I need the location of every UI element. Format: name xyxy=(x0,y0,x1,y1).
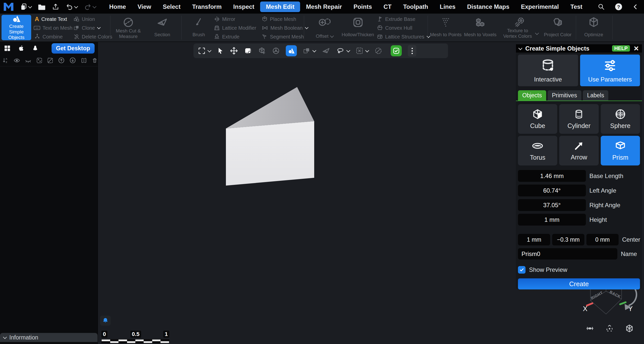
base-length-input[interactable] xyxy=(518,170,586,182)
delete-colors-item[interactable]: Delete Colors xyxy=(73,33,112,41)
windows-icon[interactable] xyxy=(4,45,11,52)
object-cylinder-button[interactable]: Cylinder xyxy=(559,104,598,134)
texture-to-vertex-colors-item[interactable]: Texture to Vertex Colors xyxy=(501,15,539,40)
object-arrow-button[interactable]: Arrow xyxy=(559,136,598,165)
new-file-button[interactable] xyxy=(20,3,31,10)
linux-icon[interactable] xyxy=(32,45,38,52)
rename-icon[interactable] xyxy=(81,57,87,64)
height-input[interactable] xyxy=(518,214,586,226)
apple-icon[interactable] xyxy=(18,45,25,52)
lattice-structures-item[interactable]: Lattice Structures xyxy=(377,33,430,41)
chevron-down-icon[interactable] xyxy=(535,31,539,35)
move-tool-icon[interactable] xyxy=(230,47,238,55)
help-icon[interactable]: ? xyxy=(615,3,622,11)
show-all-eye-icon[interactable] xyxy=(14,57,20,64)
menu-inspect[interactable]: Inspect xyxy=(227,2,260,12)
viewport-settings-icon[interactable] xyxy=(244,47,252,55)
optimize-item[interactable]: Optimize xyxy=(577,15,610,40)
place-mesh-item[interactable]: Place Mesh xyxy=(262,15,296,23)
orbit-tool-icon[interactable] xyxy=(272,47,280,55)
orientation-cube[interactable]: RIGHT BACK X Y xyxy=(569,285,644,330)
chevron-down-icon[interactable] xyxy=(312,48,316,52)
add-mesh-icon[interactable] xyxy=(258,47,266,55)
deselect-items-icon[interactable] xyxy=(47,57,53,64)
menu-points[interactable]: Points xyxy=(348,2,378,12)
export-button[interactable] xyxy=(52,3,59,10)
lasso-select-button[interactable] xyxy=(336,47,350,55)
menu-view[interactable]: View xyxy=(132,2,157,12)
project-color-item[interactable]: Project Color xyxy=(541,15,574,40)
menu-mesh-repair[interactable]: Mesh Repair xyxy=(300,2,348,12)
object-torus-button[interactable]: Torus xyxy=(518,136,557,165)
center-x-input[interactable] xyxy=(518,234,550,245)
clone-tool-button[interactable] xyxy=(303,47,316,55)
center-view-icon[interactable] xyxy=(606,324,614,332)
segment-mesh-item[interactable]: Segment Mesh xyxy=(262,33,304,41)
chevron-down-icon[interactable] xyxy=(93,4,97,8)
object-prism-button[interactable]: Prism xyxy=(601,136,640,165)
get-desktop-button[interactable]: Get Desktop xyxy=(52,43,95,54)
show-preview-checkbox[interactable] xyxy=(518,266,526,274)
open-file-button[interactable] xyxy=(38,4,46,10)
right-angle-input[interactable] xyxy=(518,199,586,211)
menu-mesh-edit[interactable]: Mesh Edit xyxy=(260,2,300,12)
close-panel-button[interactable]: ✕ xyxy=(633,45,639,52)
hide-all-eye-icon[interactable] xyxy=(25,57,31,64)
menu-experimental[interactable]: Experimental xyxy=(515,2,565,12)
search-icon[interactable] xyxy=(598,3,605,10)
tab-objects[interactable]: Objects xyxy=(518,90,546,101)
chevron-down-icon[interactable] xyxy=(74,4,78,8)
brush-item[interactable]: Brush xyxy=(182,15,215,40)
collapse-left-icon[interactable] xyxy=(632,4,638,10)
create-simple-objects-active-button[interactable] xyxy=(286,45,297,56)
menu-select[interactable]: Select xyxy=(157,2,186,12)
create-text-item[interactable]: A Create Text xyxy=(35,15,67,23)
projection-cube-icon[interactable] xyxy=(625,324,634,333)
select-items-icon[interactable] xyxy=(36,57,43,64)
confirm-button[interactable] xyxy=(391,45,402,56)
tab-labels[interactable]: Labels xyxy=(583,90,609,101)
mode-use-parameters-button[interactable]: Use Parameters xyxy=(580,55,640,86)
hollow-thicken-item[interactable]: Hollow/Thicken xyxy=(340,15,376,40)
left-angle-input[interactable] xyxy=(518,185,586,196)
combine-item[interactable]: Combine xyxy=(34,33,63,41)
clone-item[interactable]: Clone xyxy=(73,24,100,32)
menu-distance-maps[interactable]: Distance Maps xyxy=(461,2,515,12)
clip-slider-icon[interactable] xyxy=(586,324,594,332)
deselect-tool-button[interactable] xyxy=(356,47,369,55)
move-down-icon[interactable] xyxy=(69,57,76,64)
object-sphere-button[interactable]: Sphere xyxy=(601,104,640,134)
select-cursor-icon[interactable] xyxy=(217,47,224,55)
menu-transform[interactable]: Transform xyxy=(186,2,227,12)
chevron-down-icon[interactable] xyxy=(208,48,212,52)
section-item[interactable]: Section xyxy=(146,15,179,40)
chevron-down-icon[interactable] xyxy=(346,48,350,52)
center-z-input[interactable] xyxy=(586,234,619,245)
mesh-to-voxels-item[interactable]: Mesh to Voxels xyxy=(464,15,497,40)
chevron-down-icon[interactable] xyxy=(97,26,101,29)
mesh-to-points-item[interactable]: Mesh to Points xyxy=(429,15,462,40)
chevron-down-icon[interactable] xyxy=(330,34,334,38)
create-button[interactable]: Create xyxy=(518,278,640,289)
offset-item[interactable]: Offset xyxy=(308,15,341,40)
menu-lines[interactable]: Lines xyxy=(434,2,461,12)
create-simple-objects-button[interactable]: Create Simple Objects xyxy=(2,15,31,40)
mode-interactive-button[interactable]: Interactive xyxy=(518,55,578,86)
extrude-item[interactable]: Extrude xyxy=(214,33,239,41)
section-tool-icon[interactable] xyxy=(322,47,330,55)
name-input[interactable] xyxy=(518,248,617,260)
extrude-base-item[interactable]: Extrude Base xyxy=(377,15,415,23)
center-y-input[interactable] xyxy=(552,234,584,245)
disable-tool-icon[interactable] xyxy=(375,47,382,55)
notifications-button[interactable] xyxy=(100,316,111,326)
sort-icon[interactable]: A Z xyxy=(3,57,9,64)
chevron-down-icon[interactable] xyxy=(365,48,369,52)
help-button[interactable]: HELP xyxy=(612,45,630,52)
mesh-boolean-item[interactable]: Mesh Boolean xyxy=(262,24,308,32)
mesh-cut-measure-item[interactable]: Mesh Cut & Measure xyxy=(112,15,145,40)
menu-home[interactable]: Home xyxy=(103,2,132,12)
fit-view-button[interactable] xyxy=(198,47,211,55)
union-item[interactable]: Union xyxy=(73,15,95,23)
menu-toolpath[interactable]: Toolpath xyxy=(397,2,434,12)
mirror-item[interactable]: Mirror xyxy=(214,15,235,23)
